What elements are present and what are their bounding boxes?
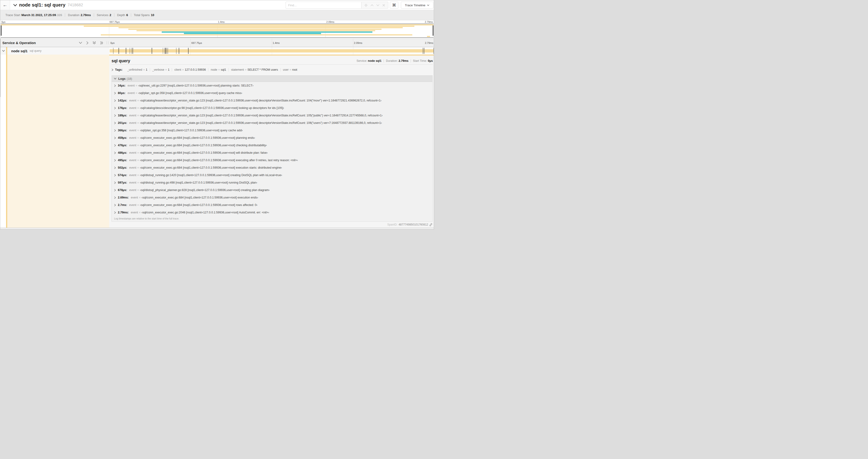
chevron-down-icon: [427, 4, 429, 6]
log-equals: =: [135, 91, 137, 95]
log-field-value: ‹sql/catalog/descs/descriptor.go:98 [nsq…: [140, 106, 284, 110]
timeline-minimap[interactable]: [1, 24, 434, 38]
log-row[interactable]: 142μs:event=‹sql/catalog/lease/descripto…: [112, 97, 432, 104]
log-row[interactable]: 495μs:event=‹sql/conn_executor_exec.go:6…: [112, 157, 432, 164]
log-field-value: ‹sql/plan_opt.go:358 [nsql1,client=127.0…: [138, 91, 242, 95]
log-row[interactable]: 678μs:event=‹sql/distsql_physical_planne…: [112, 186, 432, 194]
log-row[interactable]: 502μs:event=‹sql/conn_executor_exec.go:6…: [112, 164, 432, 171]
log-row[interactable]: 2.69ms:event=‹sql/conn_executor_exec.go:…: [112, 194, 432, 201]
chevron-right-icon: [114, 189, 116, 192]
span-duration-bar[interactable]: [110, 49, 434, 53]
log-time: 502μs:: [118, 166, 127, 169]
span-detail-title: sql query: [112, 59, 130, 63]
log-equals: =: [137, 114, 139, 117]
log-marker-tick: [176, 48, 177, 54]
log-field-key: event: [128, 91, 135, 95]
span-service-name: node sql1: [11, 49, 28, 53]
log-row[interactable]: 189μs:event=‹sql/catalog/lease/descripto…: [112, 112, 432, 119]
span-row-timeline[interactable]: [109, 47, 434, 55]
summary-item-value: 6: [126, 13, 128, 17]
logs-accordion-header[interactable]: Logs (18): [112, 75, 432, 82]
tag-key: client: [174, 68, 181, 71]
tag-item: statement=SELECT * FROM users: [228, 68, 280, 71]
service-operation-title: Service & Operation: [2, 41, 36, 45]
service-operation-header: Service & Operation: [0, 39, 109, 47]
log-row[interactable]: 476μs:event=‹sql/conn_executor_exec.go:6…: [112, 141, 432, 149]
log-field-value: ‹sql/catalog/lease/descriptor_version_st…: [140, 99, 381, 102]
back-button[interactable]: ←: [0, 0, 10, 10]
chevron-down-icon[interactable]: [13, 4, 17, 6]
log-row[interactable]: 486μs:event=‹sql/conn_executor_exec.go:6…: [112, 149, 432, 157]
view-selector-button[interactable]: Trace Timeline: [401, 2, 433, 9]
tag-value: sql1: [221, 68, 226, 71]
tree-controls: [79, 41, 103, 44]
log-row[interactable]: 597μs:event=‹sql/distsql_running.go:498 …: [112, 179, 432, 186]
next-result-icon[interactable]: [376, 4, 379, 6]
log-field-key: event: [129, 151, 136, 154]
chevron-right-icon: [114, 204, 116, 206]
log-time: 574μs:: [118, 173, 127, 177]
collapse-all-icon[interactable]: [93, 41, 96, 44]
log-field-key: event: [131, 211, 138, 214]
log-field-value: ‹sql/conn_executor_exec.go:684 [nsql1,cl…: [140, 203, 257, 207]
log-row[interactable]: 574μs:event=‹sql/distsql_running.go:1420…: [112, 171, 432, 179]
expand-one-icon[interactable]: [86, 41, 88, 44]
log-row[interactable]: 2.7ms:event=‹sql/conn_executor_exec.go:6…: [112, 201, 432, 209]
log-field-key: event: [129, 129, 136, 132]
log-row[interactable]: 459μs:event=‹sql/conn_executor_exec.go:6…: [112, 134, 432, 141]
log-time: 459μs:: [118, 136, 127, 139]
trace-title-area[interactable]: node sql1: sql query 7418682: [13, 0, 83, 10]
log-field-value: ‹sql/distsql_running.go:498 [nsql1,clien…: [140, 181, 257, 184]
expand-all-icon[interactable]: [100, 41, 103, 44]
tag-item: client=127.0.0.1:59936: [172, 68, 208, 71]
minimap-right-handle[interactable]: [433, 25, 434, 36]
minimap-span-bar: [84, 26, 414, 27]
summary-item-label: Duration: [68, 13, 79, 17]
span-detail-panel: sql query Service: node sql1Duration: 2.…: [109, 56, 434, 228]
log-equals: =: [135, 84, 137, 87]
log-marker-tick: [132, 48, 133, 54]
log-row[interactable]: 80μs:event=‹sql/plan_opt.go:358 [nsql1,c…: [112, 89, 432, 97]
span-row-service[interactable]: node sql1 sql query: [0, 47, 109, 55]
log-row[interactable]: 201μs:event=‹sql/catalog/lease/descripto…: [112, 119, 432, 127]
log-row[interactable]: 34μs:event=‹sql/exec_util.go:2297 [nsql1…: [112, 82, 432, 89]
ruler-tick-label: 2.79ms: [425, 21, 433, 23]
minimap-left-handle[interactable]: [1, 25, 2, 36]
clear-search-icon[interactable]: [382, 4, 385, 6]
find-input[interactable]: [286, 2, 361, 9]
log-field-value: ‹sql/plan_opt.go:358 [nsql1,client=127.0…: [140, 129, 243, 132]
tags-label: Tags:: [115, 68, 123, 71]
log-field-key: event: [129, 121, 136, 125]
log-row[interactable]: 2.79ms:event=‹sql/conn_executor_exec.go:…: [112, 209, 432, 216]
chevron-down-icon[interactable]: [2, 50, 5, 52]
summary-item-value: 2.79ms: [81, 13, 91, 17]
keyboard-shortcuts-button[interactable]: ⌘: [390, 2, 398, 9]
column-resizer-grip[interactable]: [106, 41, 108, 44]
log-equals: =: [139, 211, 141, 214]
tag-item: node=sql1: [208, 68, 228, 71]
tag-item: user=root: [280, 68, 300, 71]
link-icon[interactable]: [429, 223, 432, 226]
log-field-key: event: [128, 84, 135, 87]
summary-item-value: March 31 2022, 17:25:09: [22, 13, 56, 17]
tags-accordion[interactable]: Tags: _unfinished=1_verbose=1client=127.…: [112, 67, 433, 72]
log-equals: =: [137, 129, 139, 132]
trace-page: ← node sql1: sql query 7418682 ⌘: [0, 0, 434, 230]
trace-summary-items: Trace StartMarch 31 2022, 17:25:09.326Du…: [3, 13, 157, 17]
log-marker-tick: [424, 48, 424, 54]
collapse-one-icon[interactable]: [79, 42, 82, 44]
log-field-key: event: [129, 114, 136, 117]
ruler-tick-label: 1.4ms: [272, 41, 280, 44]
page-bottom-strip: [0, 228, 434, 229]
span-detail-header: sql query Service: node sql1Duration: 2.…: [112, 57, 433, 65]
log-field-value: ‹sql/conn_executor_exec.go:684 [nsql1,cl…: [140, 166, 282, 169]
minimap-span-bar: [162, 31, 372, 33]
prev-result-icon[interactable]: [371, 4, 374, 6]
locate-icon[interactable]: [365, 4, 368, 7]
log-time: 476μs:: [118, 144, 127, 147]
span-id-value: 4877749850101760812: [399, 223, 428, 226]
log-row[interactable]: 176μs:event=‹sql/catalog/descs/descripto…: [112, 104, 432, 112]
summary-item-suffix: .326: [56, 13, 62, 17]
log-field-key: event: [129, 106, 136, 110]
log-row[interactable]: 366μs:event=‹sql/plan_opt.go:358 [nsql1,…: [112, 127, 432, 134]
